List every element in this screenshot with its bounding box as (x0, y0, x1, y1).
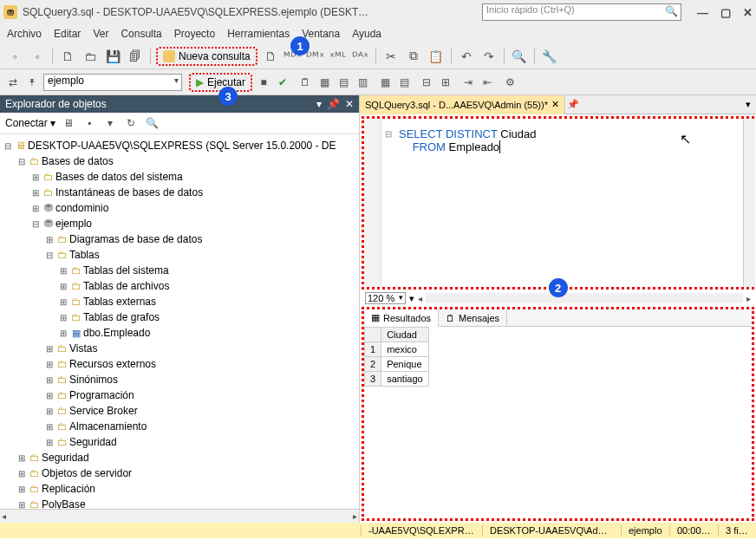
redo-icon[interactable]: ↷ (479, 47, 499, 66)
include-plan-icon[interactable]: ▦ (316, 75, 332, 90)
outdent-icon[interactable]: ⇤ (479, 75, 495, 90)
refresh-icon[interactable]: ↻ (123, 115, 139, 131)
forward-icon[interactable]: ◦ (28, 47, 47, 66)
menu-archivo[interactable]: Archivo (7, 28, 42, 40)
maximize-button[interactable]: ▢ (720, 6, 731, 19)
save-icon[interactable]: 💾 (103, 47, 122, 66)
panel-close-icon[interactable]: ✕ (345, 98, 354, 110)
tree-rec-ext[interactable]: ⊞🗀Recursos externos (0, 356, 359, 372)
quick-search-input[interactable]: Inicio rápido (Ctrl+Q) (482, 3, 681, 21)
cut-icon[interactable]: ✂ (381, 47, 401, 66)
tree-tablas-ext[interactable]: ⊞🗀Tablas externas (0, 294, 359, 309)
object-tree[interactable]: ⊟🖥DESKTOP-UAAE5VQ\SQLEXPRESS (SQL Server… (0, 134, 359, 509)
tree-seg[interactable]: ⊞🗀Seguridad (0, 450, 359, 465)
tree-server[interactable]: ⊟🖥DESKTOP-UAAE5VQ\SQLEXPRESS (SQL Server… (0, 138, 359, 153)
query-editor[interactable]: ⊟ SELECT DISTINCT Ciudad FROM Empleado ↖… (362, 116, 754, 290)
search-explorer-icon[interactable]: 🔍 (144, 115, 160, 131)
live-stats-icon[interactable]: ▤ (336, 75, 351, 90)
explorer-hscroll[interactable]: ◂▸ (0, 509, 359, 523)
connect-button[interactable]: Conectar ▾ (5, 117, 55, 129)
tree-diagrams[interactable]: ⊞🗀Diagramas de base de datos (0, 231, 359, 247)
tree-db-condominio[interactable]: ⊞⛃condominio (0, 200, 359, 216)
results-text-icon[interactable]: ▤ (396, 75, 412, 90)
specify-values-icon[interactable]: ⚙ (502, 75, 518, 90)
results-grid-icon[interactable]: ▦ (377, 75, 393, 90)
query-text[interactable]: SELECT DISTINCT Ciudad FROM Empleado (364, 119, 752, 159)
disconnect-icon[interactable]: 🖥 (61, 115, 76, 131)
dax-icon[interactable]: ᴰᴬˣ (351, 47, 370, 66)
tree-tablas-arch[interactable]: ⊞🗀Tablas de archivos (0, 278, 359, 294)
tree-bases[interactable]: ⊟🗀Bases de datos (0, 153, 359, 169)
word-wrap-icon[interactable]: ⇄ (5, 75, 21, 90)
undo-icon[interactable]: ↶ (457, 47, 476, 66)
save-all-icon[interactable]: 🗐 (126, 47, 145, 66)
fold-icon[interactable]: ⊟ (385, 129, 392, 139)
tab-dropdown-icon[interactable]: ▾ (746, 99, 756, 110)
uncomment-icon[interactable]: ⊞ (438, 75, 453, 90)
tree-sinon[interactable]: ⊞🗀Sinónimos (0, 372, 359, 387)
tree-dbo-empleado[interactable]: ⊞▦dbo.Empleado (0, 325, 359, 341)
tree-bases-sys[interactable]: ⊞🗀Bases de datos del sistema (0, 169, 359, 185)
new-query-label: Nueva consulta (179, 50, 251, 62)
paste-icon[interactable]: 📋 (427, 47, 446, 66)
editor-vscroll[interactable] (743, 119, 755, 287)
xquery-icon[interactable]: 🗋 (261, 47, 280, 66)
comment-icon[interactable]: ⊟ (419, 75, 434, 90)
tree-tablas-graf[interactable]: ⊞🗀Tablas de grafos (0, 309, 359, 325)
menu-consulta[interactable]: Consulta (121, 28, 161, 40)
database-select[interactable]: ejemplo (43, 74, 182, 91)
stop-icon[interactable]: ■ (256, 75, 271, 90)
tab-close-icon[interactable]: ✕ (551, 99, 559, 110)
tree-polyb[interactable]: ⊞🗀PolyBase (0, 497, 359, 509)
menu-ventana[interactable]: Ventana (302, 28, 340, 40)
back-icon[interactable]: ◦ (5, 47, 24, 66)
new-file-icon[interactable]: 🗋 (58, 47, 77, 66)
open-file-icon[interactable]: 🗀 (81, 47, 100, 66)
tree-almac[interactable]: ⊞🗀Almacenamiento (0, 419, 359, 434)
close-button[interactable]: ✕ (743, 6, 753, 19)
editor-hscroll[interactable] (426, 293, 743, 303)
xmla-icon[interactable]: ˣᴹᴸ (329, 47, 348, 66)
target-icon[interactable]: 🖈 (24, 75, 40, 90)
execution-plan-icon[interactable]: 🗒 (297, 75, 313, 90)
panel-pin-icon[interactable]: 📌 (327, 98, 340, 110)
copy-icon[interactable]: ⧉ (404, 47, 423, 66)
tree-seg-db[interactable]: ⊞🗀Seguridad (0, 434, 359, 450)
tree-repl[interactable]: ⊞🗀Replicación (0, 481, 359, 497)
tree-snapshots[interactable]: ⊞🗀Instantáneas de bases de datos (0, 185, 359, 200)
menu-herramientas[interactable]: Herramientas (227, 28, 290, 40)
tree-db-ejemplo[interactable]: ⊟⛃ejemplo (0, 216, 359, 231)
menu-editar[interactable]: Editar (54, 28, 81, 40)
menu-ver[interactable]: Ver (93, 28, 108, 40)
messages-tab[interactable]: 🗒Mensajes (439, 309, 507, 327)
table-row[interactable]: 3santiago (365, 372, 429, 387)
results-grid[interactable]: Ciudad 1mexico 2Penique 3santiago (364, 327, 752, 387)
tree-obj-srv[interactable]: ⊞🗀Objetos de servidor (0, 465, 359, 481)
table-row[interactable]: 2Penique (365, 357, 429, 372)
stop-conn-icon[interactable]: ▪ (81, 115, 97, 131)
tree-prog[interactable]: ⊞🗀Programación (0, 387, 359, 403)
hscroll-right-icon[interactable]: ▸ (746, 294, 751, 303)
tree-vistas[interactable]: ⊞🗀Vistas (0, 341, 359, 356)
results-tab[interactable]: ▦Resultados (364, 309, 439, 327)
settings-icon[interactable]: 🔧 (540, 47, 559, 66)
panel-dropdown-icon[interactable]: ▾ (316, 98, 322, 110)
client-stats-icon[interactable]: ▥ (355, 75, 370, 90)
menu-ayuda[interactable]: Ayuda (352, 28, 381, 40)
parse-icon[interactable]: ✔ (275, 75, 290, 90)
minimize-button[interactable]: — (697, 6, 708, 19)
table-row[interactable]: 1mexico (365, 342, 429, 357)
new-query-button[interactable]: Nueva consulta (156, 47, 257, 66)
hscroll-left-icon[interactable]: ◂ (418, 294, 422, 303)
editor-tab[interactable]: SQLQuery3.sql - D...AAE5VQ\Admin (55))* … (360, 95, 565, 114)
zoom-select[interactable]: 120 % (365, 292, 406, 304)
grid-col-ciudad[interactable]: Ciudad (381, 328, 429, 342)
tree-tablas[interactable]: ⊟🗀Tablas (0, 247, 359, 263)
tree-tablas-sys[interactable]: ⊞🗀Tablas del sistema (0, 263, 359, 278)
filter-icon[interactable]: ▾ (102, 115, 118, 131)
tree-sbroker[interactable]: ⊞🗀Service Broker (0, 403, 359, 419)
tab-pin-icon[interactable]: 📌 (567, 99, 579, 110)
menu-proyecto[interactable]: Proyecto (174, 28, 215, 40)
indent-icon[interactable]: ⇥ (460, 75, 476, 90)
find-icon[interactable]: 🔍 (510, 47, 529, 66)
